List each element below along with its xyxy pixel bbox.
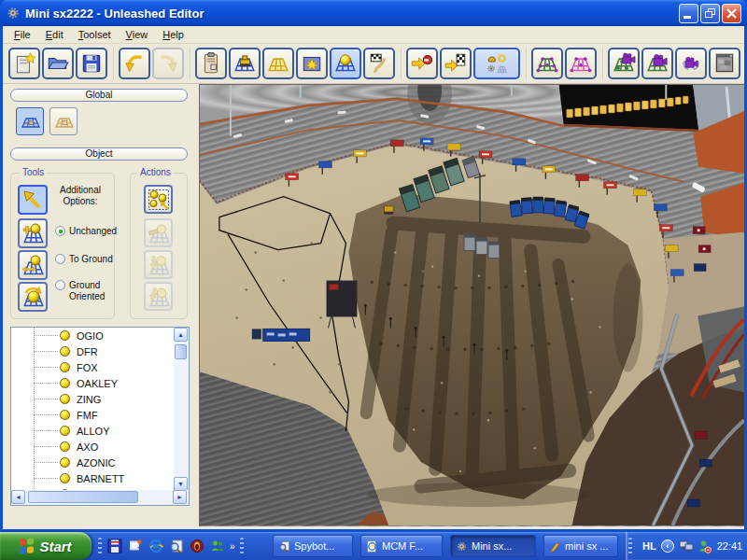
messenger-status-icon[interactable]	[698, 539, 712, 553]
drop-oriented-action-button[interactable]	[144, 282, 173, 311]
multi-select-action-button[interactable]	[144, 185, 173, 214]
object-mode-button[interactable]	[330, 48, 361, 79]
menu-toolset[interactable]: Toolset	[71, 27, 119, 42]
tree-item-oakley[interactable]: OAKLEY	[11, 375, 175, 391]
scroll-right-button[interactable]: ►	[173, 490, 187, 504]
new-button[interactable]	[8, 48, 40, 79]
global-header[interactable]: Global	[10, 89, 188, 102]
tree-item-zing[interactable]: ZING	[11, 391, 175, 407]
undo-icon	[122, 51, 147, 76]
save-button[interactable]	[76, 48, 107, 79]
toolset-quad-icon	[485, 51, 509, 76]
scroll-thumb[interactable]	[175, 344, 187, 359]
sphere-icon	[60, 410, 70, 420]
tree-item-fox[interactable]: FOX	[11, 359, 175, 375]
heightmap-button[interactable]	[709, 48, 740, 79]
taskband-handle[interactable]	[240, 538, 244, 554]
move-object-tool-button[interactable]	[18, 250, 48, 280]
texture-button[interactable]	[296, 48, 328, 79]
object-tree: OGIO DFR FOX OAKLEY ZING FMF ALLOY AXO A…	[10, 327, 190, 506]
radio-label: Unchanged	[69, 226, 117, 237]
camera-keyframe-button[interactable]	[608, 48, 640, 79]
object-tree-list: OGIO DFR FOX OAKLEY ZING FMF ALLOY AXO A…	[11, 328, 175, 491]
rotate-object-tool-button[interactable]	[18, 282, 48, 312]
search-tool-icon[interactable]	[169, 539, 184, 553]
toolset-selector-button[interactable]	[473, 48, 520, 79]
minimize-button[interactable]	[679, 4, 698, 23]
redo-icon	[156, 51, 180, 76]
terrain-vehicle-button[interactable]	[229, 48, 261, 79]
window-title: Mini sx2222 - Unleashed Editor	[25, 7, 679, 21]
track-info-button[interactable]	[195, 48, 227, 79]
quicklaunch-overflow-chevron[interactable]: »	[230, 541, 235, 552]
radio-to-ground[interactable]: To Ground	[55, 254, 113, 265]
taskbar-button-mini-sx-editor[interactable]: Mini sx...	[450, 535, 536, 557]
undo-button[interactable]	[119, 48, 150, 79]
global-terrain-button[interactable]	[16, 107, 44, 135]
sphere-icon	[60, 394, 70, 404]
scroll-down-button[interactable]: ▼	[174, 477, 188, 491]
messenger-quicklaunch-icon[interactable]	[210, 539, 225, 553]
menu-edit[interactable]: Edit	[38, 27, 71, 42]
spline-edit-button[interactable]	[565, 48, 597, 79]
rotate-object-icon	[21, 285, 45, 309]
tree-item-dfr[interactable]: DFR	[11, 343, 175, 359]
restore-button[interactable]	[700, 4, 720, 23]
add-object-icon	[21, 221, 45, 245]
scroll-thumb[interactable]	[28, 491, 138, 503]
tree-item-alloy[interactable]: ALLOY	[11, 423, 175, 439]
floppy-quicklaunch-icon[interactable]	[107, 539, 122, 553]
network-icon[interactable]	[679, 539, 694, 553]
camera-fly-button[interactable]	[675, 48, 707, 79]
tools-label: Tools	[20, 167, 47, 177]
import-track-button[interactable]	[440, 48, 472, 79]
tree-item-axo[interactable]: AXO	[11, 439, 175, 455]
import-rider-button[interactable]	[406, 48, 438, 79]
scroll-up-button[interactable]: ▲	[174, 328, 188, 342]
internet-explorer-icon[interactable]	[148, 539, 163, 553]
terrain-grid-button[interactable]	[262, 48, 294, 79]
camera-grid-button[interactable]	[641, 48, 673, 79]
radio-unchanged[interactable]: Unchanged	[55, 226, 117, 237]
add-object-tool-button[interactable]	[18, 218, 48, 248]
clock[interactable]: 22:41	[717, 540, 743, 552]
tree-vertical-scrollbar[interactable]: ▲ ▼	[174, 328, 189, 491]
sphere-icon	[60, 441, 70, 452]
clipboard-icon	[199, 51, 223, 76]
tray-handle	[628, 538, 632, 554]
camera-keyframe-icon	[612, 51, 636, 76]
title-bar[interactable]: Mini sx2222 - Unleashed Editor	[0, 0, 747, 26]
select-tool-button[interactable]	[18, 185, 48, 215]
viewport-3d[interactable]	[199, 84, 744, 526]
heightmap-window-icon	[712, 51, 737, 76]
tree-item-ogio[interactable]: OGIO	[11, 328, 175, 343]
redo-button[interactable]	[152, 48, 184, 79]
radio-label: Ground Oriented	[69, 280, 121, 302]
align-ground-action-button[interactable]	[144, 218, 173, 247]
tree-item-fmf[interactable]: FMF	[11, 407, 175, 423]
radio-ground-oriented[interactable]: Ground Oriented	[55, 280, 121, 302]
menu-file[interactable]: File	[7, 27, 38, 42]
taskbar-button-spybot[interactable]: Spybot...	[273, 535, 353, 557]
start-gate-button[interactable]	[363, 48, 395, 79]
menu-view[interactable]: View	[119, 27, 156, 42]
drop-to-ground-action-button[interactable]	[144, 250, 173, 279]
tree-item-azonic[interactable]: AZONIC	[11, 455, 175, 470]
language-indicator[interactable]: HL	[642, 540, 656, 552]
object-header[interactable]: Object	[10, 147, 188, 161]
mesh-edit-button[interactable]	[531, 48, 563, 79]
start-button[interactable]: Start	[0, 532, 92, 560]
close-button[interactable]	[722, 4, 741, 23]
opera-browser-icon[interactable]	[190, 539, 204, 553]
open-button[interactable]	[42, 48, 74, 79]
scroll-left-button[interactable]: ◄	[11, 490, 25, 504]
global-object-button[interactable]	[49, 107, 78, 135]
tree-horizontal-scrollbar[interactable]: ◄ ►	[11, 490, 189, 505]
hide-icons-chevron[interactable]: ‹	[661, 539, 674, 553]
quicklaunch-handle[interactable]	[98, 538, 102, 554]
taskbar-button-mini-sx[interactable]: mini sx ...	[543, 535, 618, 557]
show-desktop-icon[interactable]	[128, 539, 143, 553]
menu-help[interactable]: Help	[155, 27, 191, 42]
taskbar-button-mcm[interactable]: MCM F...	[360, 535, 443, 557]
tree-item-barnett[interactable]: BARNETT	[11, 470, 175, 486]
